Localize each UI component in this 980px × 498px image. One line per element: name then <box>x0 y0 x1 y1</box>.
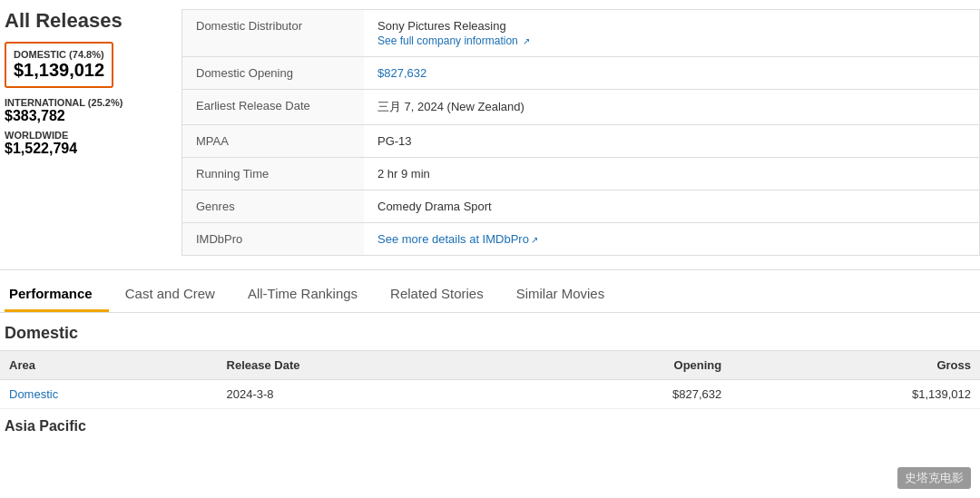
tab-related[interactable]: Related Stories <box>374 275 500 312</box>
info-label-3: MPAA <box>182 125 364 157</box>
info-main-text-0: Sony Pictures Releasing <box>377 19 506 33</box>
tab-all-time[interactable]: All-Time Rankings <box>231 275 374 312</box>
domestic-section-title: Domestic <box>0 313 980 350</box>
international-label: INTERNATIONAL (25.2%) <box>5 97 172 108</box>
domestic-amount: $1,139,012 <box>14 60 104 81</box>
info-value-1: $827,632 <box>364 57 979 89</box>
all-releases-title: All Releases <box>5 9 172 33</box>
tab-performance[interactable]: Performance <box>5 275 109 312</box>
info-sub-link-0[interactable]: See full company information ↗ <box>377 34 965 47</box>
info-label-4: Running Time <box>182 158 364 190</box>
domestic-section: Domestic Area Release Date Opening Gross… <box>0 313 980 409</box>
info-label-5: Genres <box>182 190 364 222</box>
info-value-5: Comedy Drama Sport <box>364 190 979 222</box>
domestic-label: DOMESTIC (74.8%) <box>14 49 104 60</box>
cell-opening: $827,632 <box>514 380 731 409</box>
info-value-0: Sony Pictures ReleasingSee full company … <box>364 10 979 56</box>
info-value-2: 三月 7, 2024 (New Zealand) <box>364 90 979 124</box>
col-area: Area <box>0 351 218 380</box>
info-row-0: Domestic DistributorSony Pictures Releas… <box>182 10 979 57</box>
info-label-6: IMDbPro <box>182 223 364 255</box>
info-row-5: GenresComedy Drama Sport <box>182 190 979 223</box>
tabs-section: PerformanceCast and CrewAll-Time Ranking… <box>0 275 980 313</box>
domestic-box: DOMESTIC (74.8%) $1,139,012 <box>5 42 113 88</box>
tab-similar[interactable]: Similar Movies <box>500 275 622 312</box>
table-row: Domestic2024-3-8$827,632$1,139,012 <box>0 380 980 409</box>
international-amount: $383,782 <box>5 108 172 124</box>
info-value-3: PG-13 <box>364 125 979 157</box>
info-link-1[interactable]: $827,632 <box>377 66 426 80</box>
info-value-6: See more details at IMDbPro↗ <box>364 223 979 255</box>
asia-pacific-section: Asia Pacific <box>0 409 980 439</box>
info-row-3: MPAAPG-13 <box>182 125 979 158</box>
col-gross: Gross <box>730 351 980 380</box>
worldwide-amount: $1,522,794 <box>5 141 172 157</box>
area-link[interactable]: Domestic <box>9 387 58 401</box>
info-value-4: 2 hr 9 min <box>364 158 979 190</box>
cell-area: Domestic <box>0 380 218 409</box>
asia-pacific-title: Asia Pacific <box>0 409 980 439</box>
info-row-1: Domestic Opening$827,632 <box>182 57 979 90</box>
col-release-date: Release Date <box>218 351 514 380</box>
info-row-4: Running Time2 hr 9 min <box>182 158 979 190</box>
info-table: Domestic DistributorSony Pictures Releas… <box>181 9 980 256</box>
international-section: INTERNATIONAL (25.2%) $383,782 <box>5 97 172 124</box>
tab-cast-crew[interactable]: Cast and Crew <box>109 275 231 312</box>
tabs-row: PerformanceCast and CrewAll-Time Ranking… <box>5 275 980 312</box>
info-link-6[interactable]: See more details at IMDbPro↗ <box>377 232 538 246</box>
worldwide-label: WORLDWIDE <box>5 130 172 141</box>
info-label-2: Earliest Release Date <box>182 90 364 124</box>
info-label-0: Domestic Distributor <box>182 10 364 56</box>
domestic-table: Area Release Date Opening Gross Domestic… <box>0 350 980 409</box>
table-header-row: Area Release Date Opening Gross <box>0 351 980 380</box>
col-opening: Opening <box>514 351 731 380</box>
info-row-6: IMDbProSee more details at IMDbPro↗ <box>182 223 979 255</box>
cell-release-date: 2024-3-8 <box>218 380 514 409</box>
cell-gross: $1,139,012 <box>730 380 980 409</box>
info-row-2: Earliest Release Date三月 7, 2024 (New Zea… <box>182 90 979 125</box>
worldwide-section: WORLDWIDE $1,522,794 <box>5 130 172 157</box>
info-label-1: Domestic Opening <box>182 57 364 89</box>
